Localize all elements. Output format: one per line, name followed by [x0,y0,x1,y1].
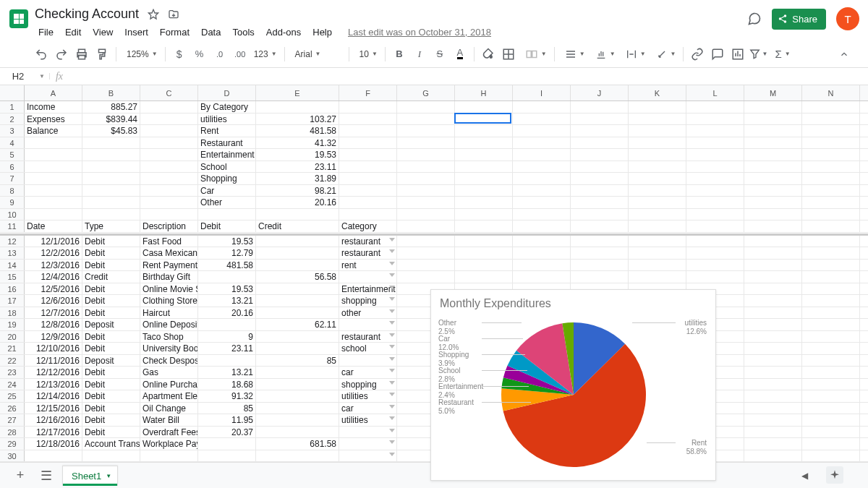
cell-G1[interactable] [397,101,455,113]
cell-B24[interactable]: Debit [82,379,140,390]
cell-C7[interactable] [140,173,198,184]
filter-icon[interactable]: ▼ [749,45,767,64]
cell-A29[interactable]: 12/18/2016 [25,438,82,450]
cell-H5[interactable] [455,149,513,160]
col-header-C[interactable]: C [140,85,198,100]
cell-B12[interactable]: Debit [82,236,140,247]
cell-F13[interactable]: restaurant [339,247,397,259]
cell-F29[interactable] [339,438,397,450]
cell-E12[interactable] [256,236,339,247]
cell-D24[interactable]: 18.68 [198,379,256,390]
all-sheets-button[interactable]: ☰ [36,466,56,486]
validation-dropdown-icon[interactable] [389,393,395,396]
col-header-K[interactable]: K [629,85,686,100]
col-header-I[interactable]: I [513,85,571,100]
cell-K2[interactable] [629,114,686,125]
cell-E22[interactable]: 85 [256,355,339,367]
cell-C24[interactable]: Online Purchase [140,379,198,390]
cell-E8[interactable]: 98.21 [256,185,339,197]
cell-A22[interactable]: 12/11/2016 [25,355,82,367]
explore-button[interactable] [826,466,843,484]
cell-J11[interactable] [571,221,629,232]
cell-C28[interactable]: Overdraft Fees [140,427,198,438]
cell-N28[interactable] [802,427,860,438]
cell-C2[interactable] [140,114,198,125]
cell-I12[interactable] [513,236,571,247]
cell-A2[interactable]: Expenses [25,114,82,125]
menu-insert[interactable]: Insert [119,24,153,40]
cell-L13[interactable] [686,247,744,259]
more-formats[interactable]: 123▼ [251,46,280,63]
cell-C29[interactable]: Workplace Payroll [140,438,198,450]
redo-icon[interactable] [52,45,71,64]
row-header[interactable]: 19 [0,319,25,330]
validation-dropdown-icon[interactable] [389,333,395,337]
cell-M18[interactable] [744,307,802,319]
cell-A5[interactable] [25,149,82,160]
cell-D17[interactable]: 13.21 [198,295,256,307]
menu-view[interactable]: View [88,24,118,40]
cell-E6[interactable]: 23.11 [256,161,339,173]
cell-A21[interactable]: 12/10/2016 [25,343,82,354]
cell-I6[interactable] [513,161,571,173]
cell-A12[interactable]: 12/1/2016 [25,236,82,247]
text-color-icon[interactable]: A [451,45,469,64]
cell-C5[interactable] [140,149,198,160]
cell-N12[interactable] [802,236,860,247]
cell-D22[interactable] [198,355,256,367]
select-all-corner[interactable] [0,85,25,100]
validation-dropdown-icon[interactable] [389,249,395,253]
strike-icon[interactable]: S [430,45,449,64]
cell-E27[interactable] [256,414,339,426]
cell-F3[interactable] [339,125,397,137]
name-box[interactable]: H2 [0,71,35,82]
row-header[interactable]: 9 [0,197,25,208]
cell-L10[interactable] [686,209,744,221]
cell-B27[interactable]: Debit [82,414,140,426]
cell-E7[interactable]: 31.89 [256,173,339,184]
scroll-left-icon[interactable]: ◀ [794,466,814,486]
cell-B21[interactable]: Debit [82,343,140,354]
cell-B10[interactable] [82,209,140,221]
col-header-A[interactable]: A [25,85,82,100]
cell-A20[interactable]: 12/9/2016 [25,331,82,343]
cell-M7[interactable] [744,173,802,184]
increase-decimal-icon[interactable]: .00 [231,45,250,64]
cell-C1[interactable] [140,101,198,113]
cell-J1[interactable] [571,101,629,113]
cell-I15[interactable] [513,271,571,283]
cell-L6[interactable] [686,161,744,173]
cell-J5[interactable] [571,149,629,160]
cell-N30[interactable] [802,450,860,462]
cell-H11[interactable] [455,221,513,232]
cell-I1[interactable] [513,101,571,113]
font-selector[interactable]: Arial▼ [289,46,344,63]
menu-edit[interactable]: Edit [60,24,86,40]
cell-F30[interactable] [339,450,397,462]
cell-I4[interactable] [513,137,571,149]
profile-avatar[interactable]: T [836,7,859,30]
cell-B1[interactable]: 885.27 [82,101,140,113]
col-header-F[interactable]: F [339,85,397,100]
cell-L7[interactable] [686,173,744,184]
cell-B5[interactable] [82,149,140,160]
cell-E28[interactable] [256,427,339,438]
v-align-icon[interactable]: ▼ [590,46,618,63]
cell-A26[interactable]: 12/15/2016 [25,403,82,414]
cell-E26[interactable] [256,403,339,414]
cell-E15[interactable]: 56.58 [256,271,339,283]
cell-F17[interactable]: shopping [339,295,397,307]
cell-F24[interactable]: shopping [339,379,397,390]
validation-dropdown-icon[interactable] [389,405,395,408]
cell-N2[interactable] [802,114,860,125]
cell-N15[interactable] [802,271,860,283]
cell-C4[interactable] [140,137,198,149]
row-header[interactable]: 4 [0,137,25,149]
cell-N13[interactable] [802,247,860,259]
cell-F16[interactable]: Entertainment [339,283,397,295]
fill-color-icon[interactable] [479,45,498,64]
functions-icon[interactable]: Σ▼ [769,46,793,63]
cell-E24[interactable] [256,379,339,390]
col-header-J[interactable]: J [571,85,629,100]
chart-icon[interactable] [728,45,747,64]
